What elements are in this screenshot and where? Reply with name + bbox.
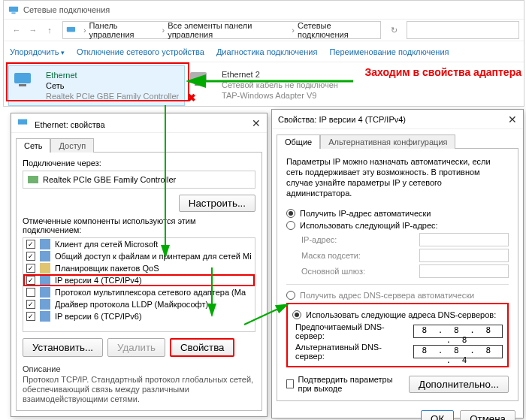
checkbox-label: Подтвердить параметры при выходе [298, 375, 404, 393]
breadcrumb[interactable]: Сетевые подключения [298, 21, 377, 39]
advanced-button[interactable]: Дополнительно... [409, 376, 509, 393]
component-icon [40, 299, 50, 310]
checkbox[interactable] [286, 379, 294, 388]
rename[interactable]: Переименование подключения [329, 47, 449, 56]
back-button[interactable]: ← [8, 22, 25, 38]
checkbox[interactable] [26, 264, 35, 273]
properties-button[interactable]: Свойства [170, 338, 235, 357]
svg-rect-11 [40, 263, 50, 273]
tab-alt-config[interactable]: Альтернативная конфигурация [320, 134, 455, 149]
install-button[interactable]: Установить... [23, 338, 103, 357]
list-item[interactable]: Клиент для сетей Microsoft [23, 238, 255, 250]
validate-on-exit[interactable]: Подтвердить параметры при выходе Дополни… [286, 375, 509, 393]
up-button[interactable]: ↑ [41, 22, 58, 38]
nav-row: ← → ↑ › Панель управления › Все элементы… [4, 19, 524, 41]
svg-rect-8 [28, 176, 38, 183]
svg-rect-2 [67, 27, 75, 32]
preferred-dns-field[interactable]: 8 . 8 . 8 . 8 [413, 325, 503, 338]
connect-using-label: Подключение через: [23, 159, 255, 168]
checkbox[interactable] [26, 312, 35, 321]
checkbox[interactable] [26, 252, 35, 261]
radio-label: Использовать следующие адреса DNS-сервер… [306, 310, 496, 319]
gateway-label: Основной шлюз: [301, 267, 413, 276]
preferred-dns-label: Предпочитаемый DNS-сервер: [295, 322, 407, 340]
close-button[interactable]: ✕ [252, 117, 261, 129]
svg-rect-9 [40, 239, 50, 249]
network-icon [8, 5, 19, 15]
tabs: Общие Альтернативная конфигурация [277, 134, 518, 148]
breadcrumb[interactable]: Панель управления [89, 21, 159, 39]
list-item[interactable]: Планировщик пакетов QoS [23, 262, 255, 274]
titlebar: Сетевые подключения [4, 1, 524, 19]
chevron-right-icon: › [83, 26, 86, 35]
radio-label: Получить адрес DNS-сервера автоматически [300, 291, 474, 300]
alt-dns-field[interactable]: 8 . 8 . 8 . 4 [413, 345, 503, 358]
tab-pane: Параметры IP можно назначать автоматичес… [277, 148, 518, 401]
svg-rect-7 [18, 119, 27, 124]
tab-pane: Подключение через: Realtek PCIe GBE Fami… [16, 152, 262, 411]
tab-general[interactable]: Общие [277, 134, 320, 149]
gateway-field [419, 264, 509, 278]
configure-button[interactable]: Настроить... [179, 195, 255, 212]
diagnose[interactable]: Диагностика подключения [216, 47, 317, 56]
component-label: Общий доступ к файлам и принтерам для се… [55, 252, 252, 261]
svg-rect-15 [40, 311, 50, 322]
radio[interactable] [292, 310, 301, 319]
radio-auto-ip[interactable]: Получить IP-адрес автоматически [286, 209, 509, 218]
adapter-device: Realtek PCIe GBE Family Controller [46, 91, 179, 101]
radio-manual-dns[interactable]: Использовать следующие адреса DNS-сервер… [292, 310, 503, 319]
checkbox[interactable] [26, 276, 35, 285]
dialog-buttons: ОК Отмена [272, 406, 523, 420]
forward-button[interactable]: → [25, 22, 41, 38]
device-name: Realtek PCIe GBE Family Controller [43, 175, 176, 184]
uninstall-button[interactable]: Удалить [107, 338, 165, 357]
refresh-button[interactable]: ↻ [385, 22, 402, 38]
disable-device[interactable]: Отключение сетевого устройства [77, 47, 204, 56]
tab-network[interactable]: Сеть [16, 138, 50, 153]
radio-label: Получить IP-адрес автоматически [300, 209, 431, 218]
adapter-icon [189, 69, 216, 90]
components-list[interactable]: Клиент для сетей Microsoft Общий доступ … [23, 237, 255, 332]
cancel-button[interactable]: Отмена [460, 410, 515, 420]
tabs: Сеть Доступ [16, 137, 262, 152]
list-item-ipv4[interactable]: IP версии 4 (TCP/IPv4) [23, 274, 255, 286]
list-item[interactable]: Общий доступ к файлам и принтерам для се… [23, 250, 255, 262]
list-item[interactable]: IP версии 6 (TCP/IPv6) [23, 310, 255, 322]
radio[interactable] [286, 209, 295, 218]
adapter-status: Сетевой кабель не подключен [222, 80, 338, 90]
adapter-ethernet[interactable]: Ethernet Сеть Realtek PCIe GBE Family Co… [8, 65, 185, 106]
address-bar[interactable]: › Панель управления › Все элементы панел… [62, 21, 381, 39]
network-icon [17, 117, 28, 128]
component-icon [40, 275, 50, 286]
subnet-mask-field [419, 249, 509, 262]
ip-address-label: IP-адрес: [301, 235, 413, 244]
components-label: Отмеченные компоненты используются этим … [23, 212, 255, 234]
close-button[interactable]: ✕ [508, 113, 517, 125]
adapter-icon [13, 70, 40, 91]
tab-access[interactable]: Доступ [50, 138, 94, 153]
checkbox[interactable] [26, 288, 35, 297]
search-input[interactable] [407, 21, 519, 39]
dialog-titlebar: Свойства: IP версии 4 (TCP/IPv4) ✕ [272, 110, 523, 129]
nic-icon [28, 174, 38, 185]
radio-manual-ip[interactable]: Использовать следующий IP-адрес: [286, 221, 509, 230]
list-item[interactable]: Протокол мультиплексора сетевого адаптер… [23, 286, 255, 298]
network-connections-window: Сетевые подключения ← → ↑ › Панель управ… [3, 0, 524, 107]
ok-button[interactable]: ОК [421, 410, 454, 420]
radio[interactable] [286, 221, 295, 230]
svg-rect-6 [195, 83, 202, 86]
component-icon [40, 263, 50, 273]
svg-rect-12 [40, 275, 50, 286]
organize-menu[interactable]: Упорядочить [10, 47, 65, 56]
breadcrumb[interactable]: Все элементы панели управления [168, 21, 289, 39]
list-item[interactable]: Драйвер протокола LLDP (Майкрософт) [23, 298, 255, 310]
adapter-device: TAP-Windows Adapter V9 [222, 90, 338, 101]
button-row: Установить... Удалить Свойства [23, 338, 255, 357]
ipv4-properties-dialog: Свойства: IP версии 4 (TCP/IPv4) ✕ Общие… [271, 109, 524, 418]
checkbox[interactable] [26, 240, 35, 249]
adapter-ethernet2[interactable]: ✖ Ethernet 2 Сетевой кабель не подключен… [185, 65, 361, 106]
adapter-name: Ethernet 2 [222, 69, 338, 80]
dialog-title: Свойства: IP версии 4 (TCP/IPv4) [278, 115, 406, 124]
component-label: Протокол мультиплексора сетевого адаптер… [55, 288, 246, 297]
checkbox[interactable] [26, 300, 35, 309]
